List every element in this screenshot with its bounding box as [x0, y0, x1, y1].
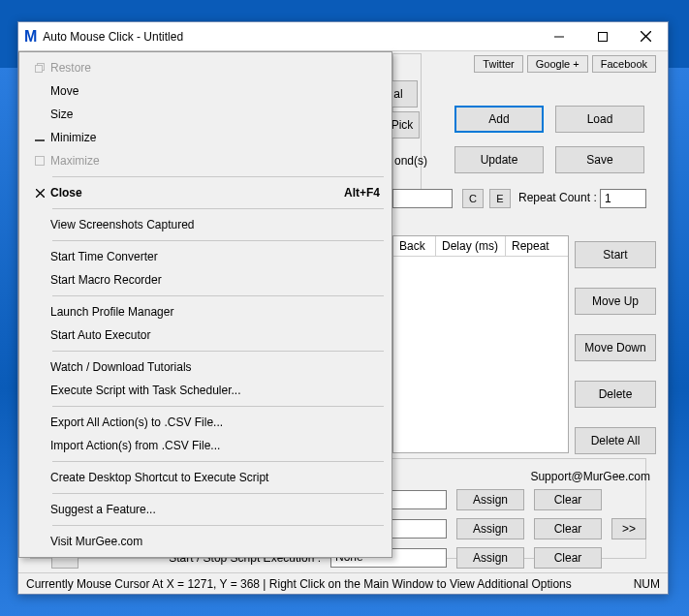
- menu-restore: Restore: [19, 56, 391, 79]
- menu-launch-profile-manager[interactable]: Launch Profile Manager: [19, 300, 391, 323]
- save-button[interactable]: Save: [555, 146, 644, 173]
- title-bar: M Auto Mouse Click - Untitled: [18, 22, 668, 51]
- c-button[interactable]: C: [462, 189, 484, 208]
- num-lock-indicator: NUM: [634, 577, 660, 591]
- comment-input[interactable]: [392, 189, 453, 208]
- menu-import-csv[interactable]: Import Action(s) from .CSV File...: [19, 434, 391, 457]
- menu-visit-murgee[interactable]: Visit MurGee.com: [19, 530, 391, 553]
- menu-export-csv[interactable]: Export All Action(s) to .CSV File...: [19, 411, 391, 434]
- svg-rect-5: [36, 66, 43, 73]
- e-button[interactable]: E: [489, 189, 511, 208]
- assign-button-2[interactable]: Assign: [456, 518, 524, 539]
- update-button[interactable]: Update: [454, 146, 544, 173]
- window-title: Auto Mouse Click - Untitled: [43, 30, 537, 44]
- minimize-icon: [29, 133, 50, 142]
- menu-size[interactable]: Size: [19, 103, 391, 126]
- menu-start-auto-executor[interactable]: Start Auto Executor: [19, 323, 391, 347]
- actions-table[interactable]: Back Delay (ms) Repeat: [392, 235, 569, 453]
- menu-create-shortcut[interactable]: Create Desktop Shortcut to Execute Scrip…: [19, 466, 391, 489]
- column-header-repeat[interactable]: Repeat: [506, 236, 568, 257]
- start-button[interactable]: Start: [575, 241, 656, 268]
- close-button[interactable]: [624, 22, 668, 50]
- menu-close[interactable]: Close Alt+F4: [19, 181, 391, 204]
- twitter-button[interactable]: Twitter: [474, 55, 522, 73]
- load-button[interactable]: Load: [555, 106, 644, 133]
- column-header-back[interactable]: Back: [393, 236, 436, 257]
- menu-maximize: Maximize: [19, 149, 391, 172]
- status-bar: Currently Mouse Cursor At X = 1271, Y = …: [18, 572, 668, 594]
- more-button[interactable]: >>: [611, 518, 646, 539]
- facebook-button[interactable]: Facebook: [592, 55, 656, 73]
- clear-button-1[interactable]: Clear: [534, 489, 602, 510]
- assign-button-3[interactable]: Assign: [456, 547, 524, 569]
- menu-suggest-feature[interactable]: Suggest a Feature...: [19, 498, 391, 521]
- close-icon: [29, 189, 50, 198]
- status-text: Currently Mouse Cursor At X = 1271, Y = …: [26, 577, 572, 591]
- menu-move[interactable]: Move: [19, 79, 391, 103]
- repeat-count-label: Repeat Count :: [518, 191, 597, 204]
- move-down-button[interactable]: Move Down: [575, 334, 656, 361]
- google-plus-button[interactable]: Google +: [527, 55, 588, 73]
- restore-icon: [29, 63, 50, 73]
- move-up-button[interactable]: Move Up: [575, 288, 656, 315]
- delete-all-button[interactable]: Delete All: [575, 427, 656, 454]
- menu-watch-tutorials[interactable]: Watch / Download Tutorials: [19, 355, 391, 379]
- system-menu: Restore Move Size Minimize Maximize: [18, 51, 392, 558]
- add-button[interactable]: Add: [454, 106, 544, 133]
- menu-start-macro-recorder[interactable]: Start Macro Recorder: [19, 268, 391, 292]
- maximize-icon: [29, 156, 50, 166]
- maximize-button[interactable]: [580, 22, 624, 50]
- menu-start-time-converter[interactable]: Start Time Converter: [19, 245, 391, 268]
- clear-button-2[interactable]: Clear: [534, 518, 602, 539]
- minimize-button[interactable]: [537, 22, 580, 50]
- support-link[interactable]: Support@MurGee.com: [530, 470, 650, 483]
- column-header-delay[interactable]: Delay (ms): [436, 236, 506, 257]
- delete-button[interactable]: Delete: [575, 381, 656, 408]
- menu-close-accel: Alt+F4: [344, 186, 380, 200]
- clear-button-3[interactable]: Clear: [534, 547, 602, 569]
- repeat-count-input[interactable]: [600, 189, 646, 208]
- menu-execute-task-scheduler[interactable]: Execute Script with Task Scheduler...: [19, 379, 391, 402]
- menu-minimize[interactable]: Minimize: [19, 126, 391, 149]
- svg-rect-1: [598, 32, 607, 41]
- svg-rect-7: [36, 157, 45, 166]
- app-icon: M: [24, 28, 37, 46]
- seconds-label: ond(s): [394, 154, 427, 168]
- app-window: M Auto Mouse Click - Untitled Tw: [17, 21, 669, 595]
- menu-view-screenshots[interactable]: View Screenshots Captured: [19, 213, 391, 236]
- assign-button-1[interactable]: Assign: [456, 489, 524, 510]
